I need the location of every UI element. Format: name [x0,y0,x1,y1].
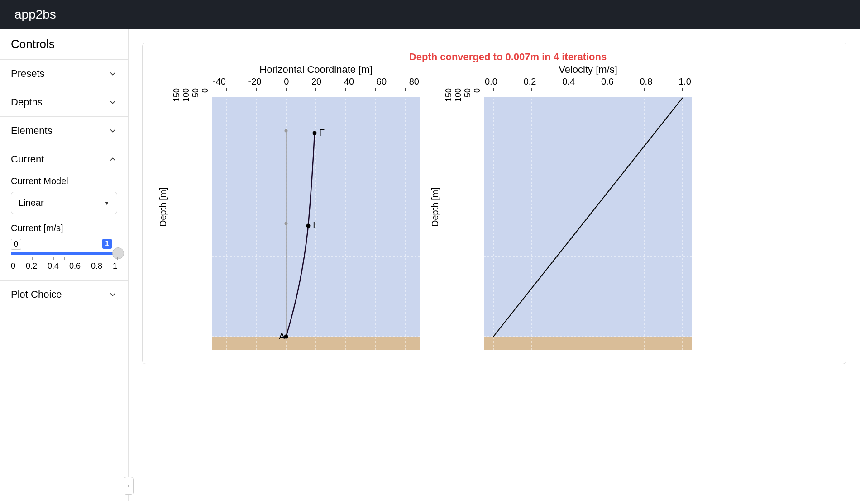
accordion-label: Plot Choice [11,289,62,300]
label-A: A [279,331,285,341]
chart-left: Depth [m] 150 100 50 0 Horizontal Coordi… [156,64,420,350]
chart-left-body: Horizontal Coordinate [m] -40 -20 0 20 4… [212,64,420,350]
y-axis-label-left: Depth [m] [156,64,170,350]
chevron-up-icon [108,155,117,164]
accordion-label: Presets [11,68,45,80]
charts-row: Depth [m] 150 100 50 0 Horizontal Coordi… [156,64,832,350]
app-title: app2bs [14,7,56,21]
main-container: Controls Presets Depths Elements [0,29,860,501]
accordion-current: Current Current Model Linear ▼ Current [… [0,145,128,281]
y-axis-label-right: Depth [m] [428,64,442,350]
x-ticks-left: -40 -20 0 20 40 60 80 [212,76,420,87]
accordion-header-plot-choice[interactable]: Plot Choice [0,281,128,309]
slider-value-badge: 1 [102,239,112,249]
accordion-label: Elements [11,125,53,137]
chevron-down-icon [108,126,117,135]
point-I [306,224,311,228]
caret-down-icon: ▼ [104,200,110,206]
accordion-label: Current [11,153,44,165]
current-model-label: Current Model [11,176,117,186]
sidebar: Controls Presets Depths Elements [0,29,129,501]
slider-min-badge: 0 [11,239,21,250]
app-header: app2bs [0,0,860,29]
ref-point-top [285,129,288,133]
top-ticks [227,88,405,91]
current-slider[interactable]: 0 1 0 0.2 0.4 0.6 0.8 1 [11,239,117,271]
chart-status-title: Depth converged to 0.007m in 4 iteration… [183,51,832,63]
chart-right-body: Velocity [m/s] 0.0 0.2 0.4 0.6 0.8 1.0 [484,64,692,350]
slider-tick-marks [11,257,117,261]
accordion-body-current: Current Model Linear ▼ Current [m/s] 0 1 [0,176,128,280]
point-F [313,131,317,135]
plot-left-svg: A I F [212,88,420,350]
current-slider-label: Current [m/s] [11,223,117,233]
seabed-region [484,337,692,350]
chevron-down-icon [108,290,117,299]
accordion-header-elements[interactable]: Elements [0,117,128,145]
plot-right-svg [484,88,692,350]
accordion-header-current[interactable]: Current [0,145,128,173]
sidebar-title: Controls [0,29,128,60]
accordion-elements: Elements [0,117,128,145]
chevron-down-icon [108,69,117,78]
top-ticks [493,88,683,91]
accordion-label: Depths [11,96,43,108]
x-axis-label-left: Horizontal Coordinate [m] [212,64,420,76]
y-ticks-right: 150 100 50 0 [442,64,484,350]
content-area: Depth converged to 0.007m in 4 iteration… [129,29,860,501]
label-I: I [313,220,315,230]
chart-right: Depth [m] 150 100 50 0 Velocity [m/s] [428,64,692,350]
y-ticks-left: 150 100 50 0 [170,64,212,350]
accordion-header-depths[interactable]: Depths [0,88,128,116]
accordion-header-presets[interactable]: Presets [0,60,128,88]
chevron-down-icon [108,98,117,107]
label-F: F [319,128,325,138]
ref-point-mid [285,222,288,225]
slider-track[interactable] [11,252,117,255]
accordion-plot-choice: Plot Choice [0,281,128,309]
accordion-presets: Presets [0,60,128,88]
accordion-depths: Depths [0,88,128,117]
select-value: Linear [19,198,44,208]
chart-panel: Depth converged to 0.007m in 4 iteration… [142,43,846,364]
x-axis-label-right: Velocity [m/s] [484,64,692,76]
slider-tick-labels: 0 0.2 0.4 0.6 0.8 1 [11,262,117,271]
current-model-select[interactable]: Linear ▼ [11,192,117,214]
x-ticks-right: 0.0 0.2 0.4 0.6 0.8 1.0 [484,76,692,87]
